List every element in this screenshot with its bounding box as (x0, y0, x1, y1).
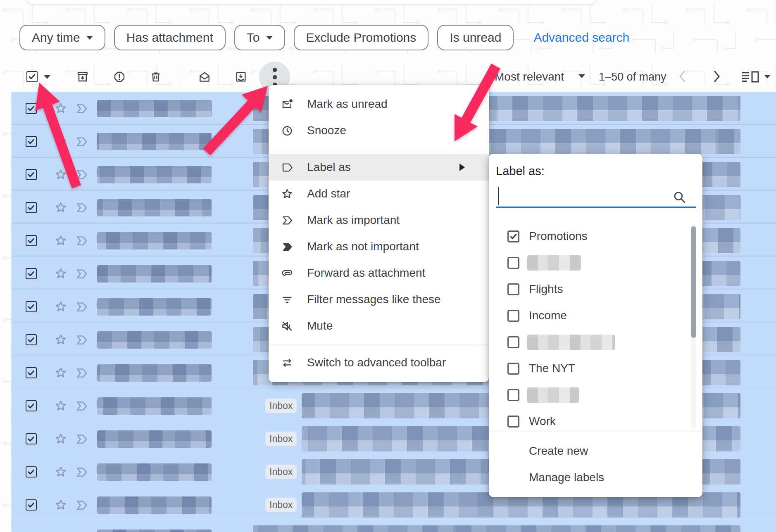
importance-marker-icon[interactable] (75, 466, 90, 477)
star-icon[interactable] (54, 366, 67, 379)
advanced-search-link[interactable]: Advanced search (533, 31, 629, 45)
label-option-redacted[interactable] (489, 382, 702, 408)
row-checkbox-checked[interactable] (26, 202, 37, 213)
menu-item-add-star[interactable]: Add star (269, 180, 489, 207)
star-icon[interactable] (54, 102, 67, 115)
row-checkbox-checked[interactable] (26, 367, 37, 378)
newer-page-button[interactable] (676, 69, 688, 83)
filter-chip-to[interactable]: To (234, 25, 285, 50)
email-row[interactable] (11, 521, 776, 532)
checkbox-checked-icon[interactable] (507, 230, 519, 242)
row-checkbox-checked[interactable] (26, 136, 37, 147)
label-option-promotions[interactable]: Promotions (489, 223, 702, 249)
row-checkbox-checked[interactable] (26, 499, 37, 511)
importance-marker-icon[interactable] (75, 169, 90, 180)
menu-item-switch-to-advanced-toolbar[interactable]: Switch to advanced toolbar (269, 349, 489, 376)
label-option-redacted[interactable] (489, 329, 702, 355)
split-pane-icon[interactable] (741, 71, 760, 83)
report-spam-button[interactable] (113, 70, 126, 83)
menu-item-mark-as-unread[interactable]: Mark as unread (269, 91, 489, 117)
importance-marker-icon[interactable] (75, 235, 90, 246)
star-icon[interactable] (54, 267, 67, 280)
check-icon (26, 269, 36, 278)
importance-marker-icon[interactable] (75, 202, 90, 213)
menu-item-forward-as-attachment[interactable]: Forward as attachment (269, 260, 489, 286)
chevron-down-icon (266, 36, 273, 40)
row-checkbox-checked[interactable] (26, 169, 37, 180)
filter-chip-label: Is unread (450, 31, 501, 45)
importance-marker-icon[interactable] (75, 301, 90, 312)
row-checkbox-checked[interactable] (26, 334, 37, 345)
search-input[interactable] (496, 207, 696, 208)
label-option-redacted[interactable] (489, 249, 702, 276)
checkbox-unchecked-icon[interactable] (507, 389, 519, 401)
create-new-label-button[interactable]: Create new (489, 438, 702, 464)
search-icon[interactable] (672, 190, 686, 204)
label-option-income[interactable]: Income (489, 302, 702, 329)
row-checkbox-checked[interactable] (26, 433, 37, 444)
importance-marker-icon[interactable] (75, 136, 90, 147)
browser-omnibox-remnant (26, 0, 596, 4)
importance-marker-icon[interactable] (75, 268, 90, 279)
checkbox-unchecked-icon[interactable] (507, 416, 519, 428)
checkbox-unchecked-icon[interactable] (507, 336, 519, 348)
filter-chip-label: To (247, 31, 260, 45)
star-icon[interactable] (54, 333, 67, 346)
star-icon[interactable] (54, 498, 67, 511)
archive-button[interactable] (76, 70, 89, 83)
menu-item-mark-as-not-important[interactable]: Mark as not important (269, 233, 489, 260)
star-icon[interactable] (54, 432, 67, 445)
importance-marker-icon[interactable] (75, 400, 90, 411)
label-option-flights[interactable]: Flights (489, 276, 702, 302)
importance-marker-icon[interactable] (75, 433, 90, 444)
importance-marker-icon[interactable] (75, 367, 90, 378)
checkbox-unchecked-icon[interactable] (507, 310, 519, 322)
menu-item-mark-as-important[interactable]: Mark as important (269, 207, 489, 233)
star-icon[interactable] (54, 399, 67, 412)
star-icon[interactable] (54, 168, 67, 181)
manage-labels-button[interactable]: Manage labels (489, 464, 702, 491)
filter-chip-exclude-promotions[interactable]: Exclude Promotions (294, 25, 429, 50)
select-dropdown-button[interactable] (44, 75, 50, 79)
checkbox-unchecked-icon[interactable] (507, 363, 519, 375)
checkbox-unchecked-icon[interactable] (507, 257, 519, 269)
importance-marker-icon[interactable] (75, 103, 90, 114)
label-option-the-nyt[interactable]: The NYT (489, 355, 702, 382)
scrollbar-thumb[interactable] (691, 226, 696, 338)
check-icon (26, 170, 36, 179)
row-checkbox-checked[interactable] (26, 400, 37, 411)
redacted-sender-text (97, 430, 212, 448)
star-icon[interactable] (54, 300, 67, 313)
row-checkbox-checked[interactable] (26, 235, 37, 246)
filter-chip-any-time[interactable]: Any time (19, 25, 105, 50)
delete-button[interactable] (149, 70, 162, 83)
chevron-down-icon[interactable] (578, 74, 585, 78)
star-icon[interactable] (54, 234, 67, 247)
row-checkbox-checked[interactable] (26, 301, 37, 312)
star-icon[interactable] (54, 201, 67, 214)
mark-as-read-button[interactable] (198, 70, 211, 83)
label-option-work[interactable]: Work (489, 408, 702, 429)
star-icon[interactable] (54, 135, 67, 148)
menu-item-filter-messages[interactable]: Filter messages like these (269, 286, 489, 313)
snooze-icon (281, 124, 293, 137)
menu-item-mute[interactable]: Mute (269, 313, 489, 339)
row-checkbox-checked[interactable] (26, 103, 37, 114)
importance-marker-icon[interactable] (75, 499, 90, 511)
select-all-checkbox[interactable] (26, 71, 38, 83)
row-checkbox-checked[interactable] (26, 466, 37, 477)
chevron-down-icon[interactable] (764, 75, 771, 78)
row-checkbox-checked[interactable] (26, 268, 37, 279)
menu-item-snooze[interactable]: Snooze (269, 117, 489, 144)
star-icon[interactable] (54, 465, 67, 478)
importance-marker-icon[interactable] (75, 334, 90, 345)
chevron-left-icon (676, 69, 688, 83)
move-to-button[interactable] (234, 70, 248, 83)
filter-chip-is-unread[interactable]: Is unread (437, 25, 514, 50)
menu-item-label: Mute (307, 319, 333, 332)
sort-selector[interactable]: Most relevant (495, 70, 564, 83)
menu-item-label-as[interactable]: Label as (269, 154, 489, 180)
older-page-button[interactable] (711, 69, 723, 83)
filter-chip-has-attachment[interactable]: Has attachment (114, 25, 226, 50)
checkbox-unchecked-icon[interactable] (507, 283, 519, 295)
